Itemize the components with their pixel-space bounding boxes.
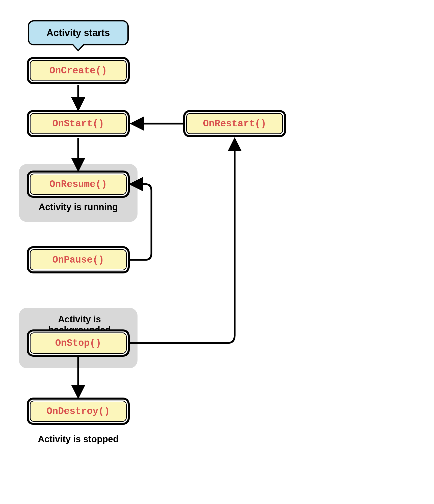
node-onstop: OnStop() bbox=[28, 330, 129, 356]
onstart-label: OnStart() bbox=[52, 118, 104, 129]
lifecycle-diagram: Activity starts OnCreate() OnStart() OnR… bbox=[0, 0, 434, 504]
start-tail-inner-icon bbox=[73, 44, 83, 50]
ondestroy-label: OnDestroy() bbox=[47, 406, 110, 417]
node-onrestart: OnRestart() bbox=[184, 111, 285, 136]
node-onresume: OnResume() bbox=[28, 172, 129, 197]
oncreate-label: OnCreate() bbox=[49, 65, 107, 76]
onpause-label: OnPause() bbox=[52, 255, 104, 265]
arrow-onstop-onrestart bbox=[130, 141, 235, 343]
running-label: Activity is running bbox=[38, 202, 119, 212]
node-ondestroy: OnDestroy() bbox=[28, 399, 129, 424]
start-label: Activity starts bbox=[46, 27, 110, 38]
node-oncreate: OnCreate() bbox=[28, 58, 129, 83]
node-start: Activity starts bbox=[28, 20, 129, 45]
onresume-label: OnResume() bbox=[49, 179, 107, 190]
node-onpause: OnPause() bbox=[28, 247, 129, 272]
onstop-label: OnStop() bbox=[55, 338, 101, 349]
stopped-label: Activity is stopped bbox=[35, 434, 121, 444]
onrestart-label: OnRestart() bbox=[203, 118, 266, 129]
node-onstart: OnStart() bbox=[28, 111, 129, 136]
